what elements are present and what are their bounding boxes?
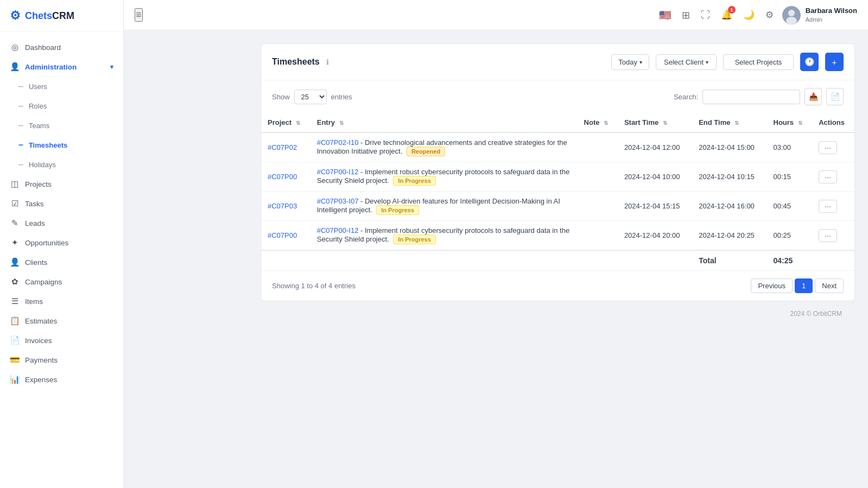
- next-button[interactable]: Next: [815, 278, 844, 293]
- search-input[interactable]: [702, 90, 800, 104]
- select-projects-label: Select Projects: [735, 58, 782, 66]
- col-start-time[interactable]: Start Time ⇅: [618, 113, 692, 132]
- sidebar-item-label: Invoices: [25, 337, 52, 345]
- sidebar-item-label: Payments: [25, 356, 58, 364]
- project-link[interactable]: #C07P00: [268, 173, 297, 181]
- search-area: Search: 📥 📄: [674, 88, 844, 105]
- sidebar-item-label: Projects: [25, 180, 52, 188]
- clock-icon: 🕐: [804, 57, 815, 67]
- previous-button[interactable]: Previous: [751, 278, 793, 293]
- total-empty: [311, 250, 578, 270]
- sidebar-item-label: Estimates: [25, 317, 57, 325]
- timesheets-card: Timesheets ℹ Today ▾ Select Client ▾ Sel…: [261, 43, 855, 301]
- add-timesheet-button[interactable]: +: [825, 53, 844, 71]
- admin-icon: 👤: [10, 62, 20, 72]
- expenses-icon: 📊: [10, 375, 20, 384]
- sidebar-item-estimates[interactable]: 📋 Estimates: [0, 311, 123, 331]
- sidebar-item-expenses[interactable]: 📊 Expenses: [0, 370, 123, 389]
- info-icon[interactable]: ℹ: [326, 58, 329, 66]
- sort-icon: ⇅: [296, 120, 300, 126]
- sidebar-item-label: Leads: [25, 219, 45, 227]
- sidebar-item-dashboard[interactable]: ◎ Dashboard: [0, 37, 123, 57]
- entry-link[interactable]: #C07P02-I10: [317, 138, 359, 147]
- select-client-button[interactable]: Select Client ▾: [656, 54, 717, 70]
- entry-link[interactable]: #C07P00-I12: [317, 168, 359, 176]
- page-1-button[interactable]: 1: [795, 278, 813, 293]
- sidebar-item-projects[interactable]: ◫ Projects: [0, 174, 123, 194]
- sidebar-item-roles[interactable]: – Roles: [0, 96, 123, 116]
- sort-icon: ⇅: [734, 120, 739, 126]
- sidebar-item-label: Clients: [25, 258, 47, 267]
- clock-button[interactable]: 🕐: [800, 53, 819, 71]
- total-label: Total: [692, 250, 766, 270]
- sidebar-item-payments[interactable]: 💳 Payments: [0, 350, 123, 370]
- sidebar-item-administration[interactable]: 👤 Administration ▾: [0, 57, 123, 77]
- row-actions-button[interactable]: ···: [819, 141, 837, 154]
- project-link[interactable]: #C07P02: [268, 143, 297, 151]
- chevron-down-icon: ▾: [110, 64, 113, 71]
- user-area[interactable]: Barbara Wilson Admin: [782, 6, 857, 24]
- note-cell: [578, 221, 618, 251]
- today-button[interactable]: Today ▾: [611, 54, 649, 70]
- start-time-cell: 2024-12-04 20:00: [618, 221, 692, 251]
- export-pdf-button[interactable]: 📄: [826, 88, 844, 105]
- sidebar-item-leads[interactable]: ✎ Leads: [0, 213, 123, 233]
- project-link[interactable]: #C07P03: [268, 202, 297, 210]
- col-end-time[interactable]: End Time ⇅: [692, 113, 766, 132]
- sidebar-item-opportunities[interactable]: ✦ Opportunities: [0, 233, 123, 252]
- row-actions-button[interactable]: ···: [819, 170, 837, 183]
- footer: 2024 © OrbitCRM: [261, 301, 855, 322]
- col-note[interactable]: Note ⇅: [578, 113, 618, 132]
- hamburger-button[interactable]: ≡: [135, 8, 143, 22]
- sidebar-item-holidays[interactable]: – Holidays: [0, 155, 123, 174]
- hours-cell: 00:45: [767, 192, 813, 221]
- sidebar-item-invoices[interactable]: 📄 Invoices: [0, 331, 123, 350]
- actions-cell: ···: [812, 132, 854, 162]
- entry-link[interactable]: #C07P00-I12: [317, 226, 359, 235]
- projects-icon: ◫: [10, 179, 20, 189]
- notification-icon[interactable]: 🔔 1: [719, 7, 734, 23]
- col-project[interactable]: Project ⇅: [261, 113, 311, 132]
- entries-select[interactable]: 25 10 50 100: [294, 90, 327, 104]
- row-actions-button[interactable]: ···: [819, 200, 837, 213]
- row-actions-button[interactable]: ···: [819, 229, 837, 242]
- col-hours[interactable]: Hours ⇅: [767, 113, 813, 132]
- dark-mode-icon[interactable]: 🌙: [741, 7, 757, 23]
- col-start-label: Start Time: [624, 118, 658, 126]
- sidebar-item-clients[interactable]: 👤 Clients: [0, 252, 123, 272]
- grid-icon[interactable]: ⊞: [680, 7, 692, 23]
- page-title: Timesheets: [272, 57, 320, 67]
- sidebar-item-campaigns[interactable]: ✿ Campaigns: [0, 272, 123, 291]
- table-row: #C07P00 #C07P00-I12 - Implement robust c…: [261, 221, 854, 251]
- sidebar-item-timesheets[interactable]: – Timesheets: [0, 135, 123, 155]
- sidebar-item-label: Users: [29, 83, 47, 91]
- dash-icon: –: [18, 101, 23, 111]
- fullscreen-icon[interactable]: ⛶: [699, 8, 712, 23]
- sidebar-item-items[interactable]: ☰ Items: [0, 291, 123, 311]
- start-time-cell: 2024-12-04 15:15: [618, 192, 692, 221]
- export-csv-button[interactable]: 📥: [804, 88, 822, 105]
- total-empty: [618, 250, 692, 270]
- end-time-cell: 2024-12-04 10:15: [692, 162, 766, 192]
- timesheets-table: Project ⇅ Entry ⇅ Note ⇅ Start Time: [261, 113, 854, 270]
- opportunities-icon: ✦: [10, 238, 20, 248]
- sidebar-item-label: Tasks: [25, 200, 44, 208]
- entry-link[interactable]: #C07P03-I07: [317, 197, 359, 205]
- payments-icon: 💳: [10, 355, 20, 365]
- col-entry[interactable]: Entry ⇅: [311, 113, 578, 132]
- sidebar-item-tasks[interactable]: ☑ Tasks: [0, 194, 123, 213]
- sidebar-item-teams[interactable]: – Teams: [0, 116, 123, 135]
- col-hours-label: Hours: [774, 118, 794, 126]
- project-link[interactable]: #C07P00: [268, 231, 297, 239]
- settings-icon[interactable]: ⚙: [763, 7, 776, 23]
- logo-area[interactable]: ⚙ ChetsCRM: [0, 0, 123, 32]
- language-flag-icon[interactable]: 🇺🇸: [657, 7, 673, 23]
- logo-text: ChetsCRM: [25, 10, 74, 22]
- select-projects-button[interactable]: Select Projects: [723, 54, 794, 70]
- entry-cell: #C07P00-I12 - Implement robust cybersecu…: [311, 162, 578, 192]
- csv-icon: 📥: [809, 92, 818, 101]
- sort-icon: ⇅: [798, 120, 802, 126]
- sidebar-item-users[interactable]: – Users: [0, 77, 123, 96]
- sidebar-item-label: Opportunities: [25, 239, 68, 247]
- select-client-label: Select Client: [664, 58, 704, 66]
